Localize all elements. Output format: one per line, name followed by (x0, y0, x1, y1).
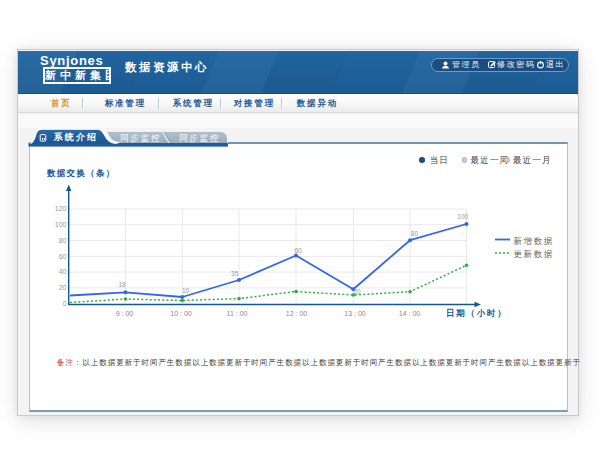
svg-text:60: 60 (59, 253, 67, 260)
svg-text:12 : 00: 12 : 00 (286, 310, 308, 317)
svg-text:0: 0 (63, 300, 67, 307)
svg-text:14 : 00: 14 : 00 (399, 310, 421, 317)
svg-text:13 : 00: 13 : 00 (344, 310, 366, 317)
svg-text:9 : 00: 9 : 00 (116, 310, 134, 317)
svg-text:10 : 00: 10 : 00 (170, 310, 192, 317)
svg-text:100: 100 (457, 213, 468, 220)
svg-text:40: 40 (59, 268, 67, 275)
svg-text:100: 100 (55, 221, 67, 228)
svg-text:10: 10 (182, 287, 190, 294)
svg-text:11 : 00: 11 : 00 (227, 310, 248, 317)
svg-text:60: 60 (294, 247, 302, 254)
svg-text:20: 20 (353, 288, 361, 295)
svg-text:80: 80 (59, 237, 67, 244)
svg-text:18: 18 (118, 281, 126, 288)
svg-text:20: 20 (59, 284, 67, 291)
svg-text:80: 80 (411, 230, 419, 237)
svg-text:120: 120 (55, 205, 67, 212)
svg-text:35: 35 (231, 270, 239, 277)
